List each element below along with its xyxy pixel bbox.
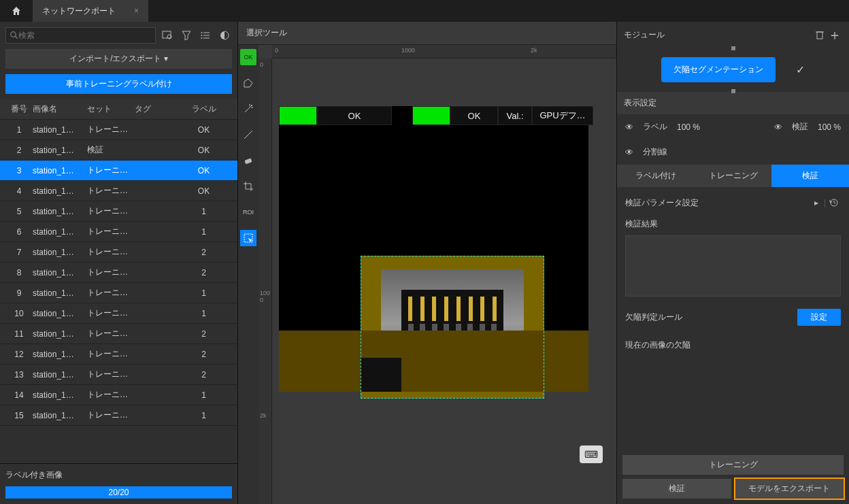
svg-point-9 [201,37,203,39]
tool-title: 選択ツール [238,22,616,45]
tab-labeling[interactable]: ラベル付け [617,165,695,187]
labeled-title: ラベル付き画像 [5,469,232,481]
roi-icon[interactable]: ROI [240,204,256,220]
svg-line-10 [245,105,252,112]
line-tool-icon[interactable] [240,127,256,143]
roi-select-tool-icon[interactable] [240,230,256,246]
col-tag[interactable]: タグ [135,103,176,115]
svg-point-7 [201,32,203,33]
import-export-button[interactable]: インポート/エクスポート ▾ [5,49,232,69]
magic-wand-icon[interactable] [240,101,256,117]
tab-verify[interactable]: 検証 [771,165,849,187]
table-row[interactable]: 1station_1…トレーニ…OK [0,120,237,140]
col-set[interactable]: セット [87,103,135,115]
table-row[interactable]: 15station_1…トレーニ…1 [0,405,237,426]
search-input[interactable] [18,31,151,40]
project-tab[interactable]: ネットワークポート × [33,0,148,22]
svg-point-0 [11,32,16,37]
table-row[interactable]: 4station_1…トレーニ…OK [0,181,237,201]
result-overlay: OK OK Val.: GPUデフ… [279,106,593,125]
viewport[interactable]: 0 1000 2k 0 1000 2k [259,45,616,504]
svg-point-8 [201,35,203,36]
check-icon[interactable]: ✓ [796,63,805,76]
col-idx[interactable]: 番号 [5,103,33,115]
svg-line-14 [244,131,252,139]
table-row[interactable]: 3station_1…トレーニ…OK [0,161,237,181]
pretrain-label-button[interactable]: 事前トレーニングラベル付け [5,74,232,94]
table-row[interactable]: 13station_1…トレーニ…2 [0,365,237,385]
grid-icon[interactable] [217,28,232,43]
search-input-wrap[interactable] [5,27,156,44]
keyboard-icon[interactable]: ⌨ [580,446,603,463]
col-name[interactable]: 画像名 [33,103,87,115]
expand-icon[interactable]: ▸ [809,195,824,210]
titlebar: ネットワークポート × [0,0,849,22]
verify-pct: 100 % [818,122,841,132]
label-toggle-label: ラベル [643,121,667,133]
roi-overlay[interactable] [361,256,544,399]
table-row[interactable]: 7station_1…トレーニ…2 [0,242,237,263]
col-label[interactable]: ラベル [176,103,232,115]
eye-icon[interactable]: 👁 [774,122,782,132]
labeled-panel: ラベル付き画像 20/20 [0,463,237,504]
tab-label: ネットワークポート [42,5,116,17]
table-row[interactable]: 2station_1…検証OK [0,140,237,161]
canvas-panel: 選択ツール OK ROI 0 1000 2k [238,22,616,504]
svg-line-1 [16,37,18,39]
image-list-panel: インポート/エクスポート ▾ 事前トレーニングラベル付け 番号 画像名 セット … [0,22,238,504]
svg-rect-21 [817,32,822,39]
tab-training[interactable]: トレーニング [695,165,772,187]
ruler-horizontal: 0 1000 2k [272,45,616,58]
table-rows: 1station_1…トレーニ…OK2station_1…検証OK3statio… [0,120,237,463]
ruler-vertical: 0 1000 2k [259,58,272,504]
result-box [625,235,841,297]
eye-icon[interactable]: 👁 [625,122,633,132]
search-icon [10,31,18,39]
eraser-tool-icon[interactable] [240,152,256,169]
home-button[interactable] [0,0,33,22]
delete-icon[interactable] [812,27,827,42]
module-title: モジュール [624,29,812,41]
toolstrip: OK ROI [238,45,259,504]
table-row[interactable]: 12station_1…トレーニ…2 [0,344,237,365]
export-model-button[interactable]: モデルをエクスポート [735,479,844,499]
svg-rect-15 [244,158,252,164]
close-tab-icon[interactable]: × [134,6,139,16]
segline-label: 分割線 [643,146,667,158]
verify-toggle-label: 検証 [792,121,808,133]
param-label: 検証パラメータ設定 [625,197,809,209]
table-row[interactable]: 10station_1…トレーニ…1 [0,303,237,324]
label-pct: 100 % [677,122,700,132]
eye-icon[interactable]: 👁 [625,148,633,157]
table-row[interactable]: 5station_1…トレーニ…1 [0,201,237,222]
table-row[interactable]: 8station_1…トレーニ…2 [0,263,237,283]
module-panel: モジュール ＋ 欠陥セグメンテーション ✓ 表示設定 👁 ラベル 100 % 👁… [616,22,849,504]
table-row[interactable]: 14station_1…トレーニ…1 [0,385,237,405]
svg-point-11 [251,105,252,106]
display-settings-title: 表示設定 [617,92,849,114]
add-icon[interactable]: ＋ [827,27,842,42]
settings-button[interactable]: 設定 [797,309,841,326]
table-row[interactable]: 9station_1…トレーニ…1 [0,283,237,303]
table-row[interactable]: 11station_1…トレーニ…2 [0,324,237,344]
crop-tool-icon[interactable] [240,178,256,195]
labeled-progress: 20/20 [5,486,232,499]
table-row[interactable]: 6station_1…トレーニ…1 [0,222,237,242]
filter-icon[interactable] [179,28,194,43]
mode-tabs: ラベル付け トレーニング 検証 [617,165,849,187]
ok-badge-tool[interactable]: OK [240,49,256,65]
verify-button[interactable]: 検証 [622,479,731,499]
current-defects-label: 現在の画像の欠陥 [617,333,849,358]
list-icon[interactable] [198,28,213,43]
history-icon[interactable] [826,195,841,210]
rule-label: 欠陥判定ルール [625,312,797,323]
polygon-tool-icon[interactable] [240,75,256,91]
defect-seg-module[interactable]: 欠陥セグメンテーション [661,57,776,82]
table-head: 番号 画像名 セット タグ ラベル [0,99,237,120]
image-settings-icon[interactable] [160,28,175,43]
result-label: 検証結果 [617,218,849,230]
image-display [279,106,588,392]
training-button[interactable]: トレーニング [622,455,844,475]
